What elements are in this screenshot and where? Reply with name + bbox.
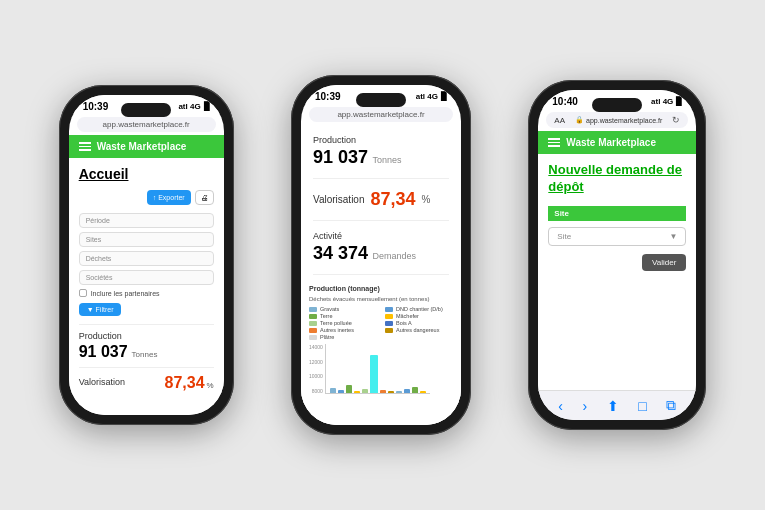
legend-platre: Plâtre xyxy=(309,334,377,340)
phone1-time: 10:39 xyxy=(83,101,109,112)
bar-chart-container: 14000 12000 10000 8000 xyxy=(309,344,453,394)
phone1-hamburger-icon[interactable] xyxy=(79,142,91,151)
production-label: Production xyxy=(79,331,214,341)
valorisation-section: Valorisation 87,34 % xyxy=(313,189,449,221)
phone-1: 10:39 atl 4G ▉ app.wastemarketplace.fr W… xyxy=(59,85,234,425)
legend-bois-color xyxy=(385,321,393,326)
phone2-battery-icon: ▉ xyxy=(441,92,447,101)
bookmarks-button[interactable]: □ xyxy=(638,398,646,414)
chart-legend: Gravats DND chantier (D/b) Terre Mâ xyxy=(309,306,453,340)
phone2-url-bar[interactable]: app.wastemarketplace.fr xyxy=(309,107,453,122)
phone1-app-header: Waste Marketplace xyxy=(69,135,224,158)
phone3-bottom-bar: ‹ › ⬆ □ ⧉ xyxy=(538,390,696,420)
filter-label: Filtrer xyxy=(96,306,114,313)
valorisation-label: Valorisation xyxy=(79,377,125,387)
valorisation-row: Valorisation 87,34 % xyxy=(79,374,214,392)
phone2-notch xyxy=(356,93,406,107)
valider-button[interactable]: Valider xyxy=(642,254,686,271)
phone1-signal: atl 4G xyxy=(178,102,200,111)
dechets-label: Déchets xyxy=(86,255,112,262)
bar-2 xyxy=(338,390,344,393)
phone-2: 10:39 atl 4G ▉ app.wastemarketplace.fr P… xyxy=(291,75,471,435)
phone1-status-icons: atl 4G ▉ xyxy=(178,102,209,111)
phone3-content: Nouvelle demande de dépôt Site Site ▼ Va… xyxy=(538,154,696,390)
phone2-url: app.wastemarketplace.fr xyxy=(337,110,424,119)
phone2-screen: Production 91 037 Tonnes Valorisation 87… xyxy=(301,125,461,425)
share-button[interactable]: ⬆ xyxy=(607,398,619,414)
legend-terre-polluee: Terre polluée xyxy=(309,320,377,326)
legend-autresdangereux-label: Autres dangereux xyxy=(396,327,439,333)
bar-5 xyxy=(362,389,368,393)
phone3-signal: atl 4G xyxy=(651,97,673,106)
chart-area: Production (tonnage) Déchets évacués men… xyxy=(301,279,461,425)
phone1-content: Accueil ↑ Exporter 🖨 Période xyxy=(69,158,224,415)
back-button[interactable]: ‹ xyxy=(558,398,563,414)
legend-terre-label: Terre xyxy=(320,313,333,319)
print-button[interactable]: 🖨 xyxy=(195,190,214,205)
legend-platre-label: Plâtre xyxy=(320,334,334,340)
phone-3: 10:40 atl 4G ▉ AA 🔒 app.wastemarketplace… xyxy=(528,80,706,430)
dash-activite-unit: Demandes xyxy=(373,251,417,261)
nouvelle-heading-line2: dépôt xyxy=(548,179,583,194)
print-icon: 🖨 xyxy=(201,194,208,201)
valorisation-stat: 87,34 % xyxy=(164,374,213,392)
phone3-url-left: AA xyxy=(554,116,565,125)
bar-chart xyxy=(325,344,430,394)
valorisation-unit: % xyxy=(207,381,214,390)
partners-checkbox[interactable] xyxy=(79,289,87,297)
legend-autresinertes-color xyxy=(309,328,317,333)
phone3-url-text: app.wastemarketplace.fr xyxy=(586,117,662,124)
dechets-filter[interactable]: Déchets xyxy=(79,251,214,266)
dash-production-unit: Tonnes xyxy=(373,155,402,165)
nouvelle-heading: Nouvelle demande de dépôt xyxy=(548,162,686,196)
production-unit: Tonnes xyxy=(132,350,158,359)
production-section: Production 91 037 Tonnes xyxy=(313,135,449,179)
scene: 10:39 atl 4G ▉ app.wastemarketplace.fr W… xyxy=(0,0,765,510)
dash-production-stat: 91 037 Tonnes xyxy=(313,147,449,168)
phone2-content: Production 91 037 Tonnes Valorisation 87… xyxy=(301,125,461,279)
legend-machefer-color xyxy=(385,314,393,319)
filter-button[interactable]: ▼ Filtrer xyxy=(79,303,122,316)
phone3-reader-icon[interactable]: AA xyxy=(554,116,565,125)
tabs-button[interactable]: ⧉ xyxy=(666,397,676,414)
bar-7 xyxy=(380,390,386,393)
partners-label: Inclure les partenaires xyxy=(91,290,160,297)
phone3-url-center: 🔒 app.wastemarketplace.fr xyxy=(575,116,662,124)
phone3-reload-icon[interactable]: ↻ xyxy=(672,115,680,125)
export-label: Exporter xyxy=(158,194,184,201)
societes-filter[interactable]: Sociétés xyxy=(79,270,214,285)
production-stat: 91 037 Tonnes xyxy=(79,343,214,361)
bar-9 xyxy=(396,391,402,393)
activite-section: Activité 34 374 Demandes xyxy=(313,231,449,275)
divider-1 xyxy=(79,324,214,325)
dash-valorisation-label: Valorisation xyxy=(313,194,365,205)
bar-3 xyxy=(346,385,352,393)
phone2-time: 10:39 xyxy=(315,91,341,102)
valorisation-value: 87,34 xyxy=(164,374,204,392)
legend-terre: Terre xyxy=(309,313,377,319)
periode-label: Période xyxy=(86,217,110,224)
phone3-battery-icon: ▉ xyxy=(676,97,682,106)
export-button[interactable]: ↑ Exporter xyxy=(147,190,191,205)
societes-label: Sociétés xyxy=(86,274,113,281)
phone1-battery-icon: ▉ xyxy=(204,102,210,111)
sites-filter[interactable]: Sites xyxy=(79,232,214,247)
site-select[interactable]: Site ▼ xyxy=(548,227,686,246)
legend-machefer-label: Mâchefer xyxy=(396,313,419,319)
y-axis-labels: 14000 12000 10000 8000 xyxy=(309,344,323,394)
phone3-time: 10:40 xyxy=(552,96,578,107)
phone1-url-bar[interactable]: app.wastemarketplace.fr xyxy=(77,117,216,132)
periode-filter[interactable]: Période xyxy=(79,213,214,228)
dash-production-label: Production xyxy=(313,135,449,145)
phone1-screen: Accueil ↑ Exporter 🖨 Période xyxy=(69,158,224,415)
legend-bois: Bois A xyxy=(385,320,453,326)
site-dropdown-icon: ▼ xyxy=(669,232,677,241)
bar-10 xyxy=(404,389,410,393)
legend-autres-inertes: Autres inertes xyxy=(309,327,377,333)
phone3-hamburger-icon[interactable] xyxy=(548,138,560,147)
bar-1 xyxy=(330,388,336,393)
forward-button[interactable]: › xyxy=(582,398,587,414)
phone1-url: app.wastemarketplace.fr xyxy=(103,120,190,129)
phone3-url-bar[interactable]: AA 🔒 app.wastemarketplace.fr ↻ xyxy=(546,112,688,128)
bar-4 xyxy=(354,391,360,393)
